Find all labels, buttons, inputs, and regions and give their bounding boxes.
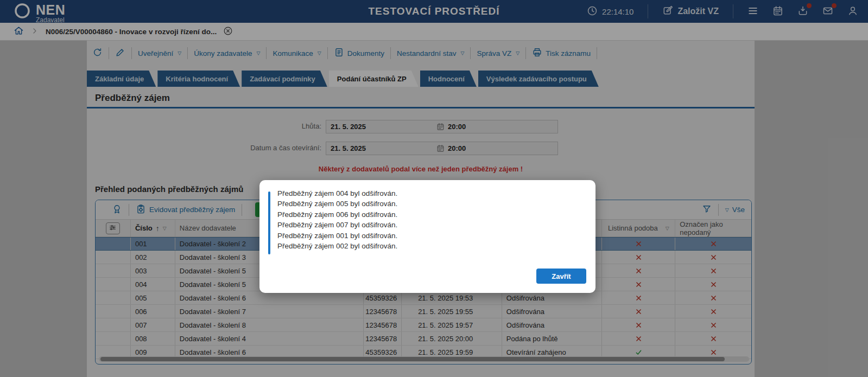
decrypt-result-modal: Předběžný zájem 004 byl odšifrován.Předb… bbox=[259, 180, 595, 293]
modal-message: Předběžný zájem 006 byl odšifrován. bbox=[277, 209, 397, 220]
modal-message: Předběžný zájem 005 byl odšifrován. bbox=[277, 199, 397, 209]
modal-message-list: Předběžný zájem 004 byl odšifrován.Předb… bbox=[277, 188, 397, 251]
modal-message: Předběžný zájem 002 byl odšifrován. bbox=[277, 241, 397, 251]
close-modal-button[interactable]: Zavřít bbox=[536, 269, 586, 284]
modal-message: Předběžný zájem 001 byl odšifrován. bbox=[277, 231, 397, 241]
modal-message: Předběžný zájem 007 byl odšifrován. bbox=[277, 220, 397, 230]
modal-message: Předběžný zájem 004 byl odšifrován. bbox=[277, 188, 397, 199]
modal-accent-bar bbox=[268, 191, 270, 254]
app-root: NEN Zadavatel TESTOVACÍ PROSTŘEDÍ 22:14:… bbox=[0, 0, 868, 377]
